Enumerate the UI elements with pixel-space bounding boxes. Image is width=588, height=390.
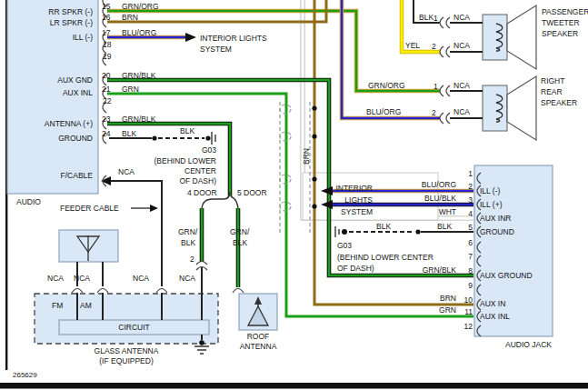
pin-label-rr-spkr: RR SPKR (-) [9, 7, 93, 16]
tweeter-pin2: 2 [432, 42, 436, 51]
jack-pin-10: 10 [458, 295, 473, 305]
jack-pin-3: 3 [458, 195, 473, 205]
rear-speaker-box [483, 85, 507, 131]
glass-antenna-caption1: GLASS ANTENNA [35, 346, 218, 355]
tweeter-name3: SPEAKER [542, 29, 578, 38]
rear-name1: RIGHT [541, 76, 564, 85]
ground-left-loc1: (BEHIND LOWER [136, 156, 216, 165]
jack-label-aux-inr: AUX INR [480, 214, 511, 223]
pin-label-lr-spkr: LR SPKR (-) [9, 18, 93, 27]
interior-lights-left-line1: INTERIOR LIGHTS [200, 34, 267, 43]
ground-right-loc1: (BEHIND LOWER CENTER [337, 253, 434, 262]
speaker-stub-wires [450, 23, 483, 118]
rear-nca2: NCA [453, 107, 470, 116]
nca-label-fm: NCA [47, 274, 64, 283]
pin-num-21: 21 [102, 85, 110, 94]
branch4-wire-label2: BLK [181, 238, 195, 247]
rear-name2: REAR [541, 87, 563, 96]
roof-antenna-caption1: ROOF [239, 332, 277, 341]
wire-label-blk-dashed: BLK [180, 126, 194, 135]
jack-pin-6: 6 [458, 238, 473, 247]
rear-pin2: 2 [432, 108, 436, 117]
glass-am-label: AM [80, 301, 92, 310]
nca-label-feeder: NCA [133, 274, 149, 283]
interior-lights-right-line2: LIGHTS [309, 195, 373, 205]
pin-num-17: 17 [102, 28, 110, 37]
arrow-right-icon [150, 205, 158, 212]
wire-label-blk: BLK [122, 129, 136, 138]
pin-num-16: 16 [102, 13, 110, 22]
fcable-nca-label: NCA [118, 167, 135, 176]
branch5-wire-label2: BLK [233, 238, 247, 247]
ground-g03-right-icon [335, 226, 339, 237]
interior-lights-left-line2: SYSTEM [200, 45, 232, 54]
wire-label-wht-r: WHT [418, 207, 456, 216]
rear-cone [507, 76, 536, 140]
jack-pin-2: 2 [458, 182, 473, 191]
interior-lights-right-line1: INTERIOR [309, 184, 373, 193]
ground-left-loc3: OF DASH) [136, 176, 216, 185]
brn-vertical-label: BRN [302, 146, 311, 166]
pin-num-18: 18 [103, 40, 111, 49]
pin-num-24: 24 [102, 129, 110, 138]
pin-num-15: 15 [102, 2, 110, 11]
glass-fm-label: FM [52, 301, 63, 310]
nca-label-am: NCA [74, 274, 90, 283]
jack-label-aux-inl: AUX INL [480, 312, 510, 321]
branch5-wire-label1: GRN/ [230, 227, 249, 236]
wire-label-blu-blk-r: BLU/BLK [409, 194, 456, 203]
audio-caption: AUDIO [16, 197, 41, 206]
tweeter-cone [507, 5, 536, 69]
wire-label-grn-org: GRN/ORG [122, 2, 159, 11]
tweeter-wire2-label: YEL [405, 41, 420, 50]
jack-label-aux-ground: AUX GROUND [480, 271, 533, 280]
jack-pin-7: 7 [458, 252, 473, 261]
tweeter-pin1: 1 [434, 14, 438, 23]
ground-right-loc2: OF DASH) [337, 264, 374, 273]
pin-label-fcable: F/CABLE [9, 171, 93, 180]
nca-label-4door: NCA [179, 274, 195, 283]
antenna-connector-arcs [72, 262, 244, 294]
tweeter-nca1: NCA [453, 13, 470, 22]
interior-lights-right-line3: SYSTEM [309, 207, 373, 216]
tweeter-wire1-label: BLK [419, 13, 434, 22]
jack-label-aux-in: AUX IN [480, 299, 505, 308]
pin-label-aux-inl: AUX INL [9, 88, 93, 97]
wire-label-blu-org: BLU/ORG [122, 28, 156, 37]
ground-right-id: G03 [337, 241, 352, 250]
pin-num-23: 23 [102, 115, 110, 124]
wire-label-grn: GRN [122, 85, 139, 94]
tweeter-name1: PASSENGER [542, 7, 588, 16]
jack-label-ill-plus: ILL (+) [480, 200, 503, 209]
wire-label-grn-blk: GRN/BLK [122, 71, 155, 80]
jack-pin-4: 4 [458, 209, 473, 218]
pin-label-aux-gnd: AUX GND [9, 75, 93, 85]
reference-number: 265629 [13, 371, 37, 380]
jack-pin-1: 1 [458, 169, 473, 178]
pin-label-antenna: ANTENNA (+) [9, 119, 93, 128]
jack-pin-12: 12 [458, 322, 473, 331]
feeder-cable-label: FEEDER CABLE [60, 204, 119, 213]
ground-g03-left-icon [212, 132, 215, 145]
speaker-connector-arcs [440, 17, 450, 124]
pin-num-19: 19 [103, 52, 111, 61]
door-split-5door: 5 DOOR [237, 188, 267, 197]
wiring-diagram: RR SPKR (-) LR SPKR (-) ILL (-) AUX GND … [0, 0, 588, 390]
arrow-right-icon [185, 33, 196, 42]
ground-left-id: G03 [177, 145, 216, 155]
wire-grn-blk-antenna [107, 124, 238, 287]
pin-num-22: 22 [103, 96, 111, 105]
wire-label-grn-blk-r: GRN/BLK [409, 265, 456, 275]
audio-jack-caption: AUDIO JACK [490, 340, 552, 349]
wire-label-brn: BRN [122, 13, 138, 22]
rear-nca1: NCA [453, 81, 470, 90]
jack-label-ill-minus: ILL (-) [480, 186, 500, 195]
jack-pin-8: 8 [458, 266, 473, 275]
jack-pin-5: 5 [458, 223, 473, 232]
tweeter-speaker-box [483, 15, 507, 60]
door-split-4door: 4 DOOR [187, 188, 217, 197]
pin-label-ground: GROUND [9, 134, 93, 143]
glass-antenna-caption2: (IF EQUIPPED) [35, 356, 218, 365]
rear-wire2-label: BLU/ORG [366, 107, 401, 116]
tweeter-name2: TWEETER [542, 18, 580, 27]
